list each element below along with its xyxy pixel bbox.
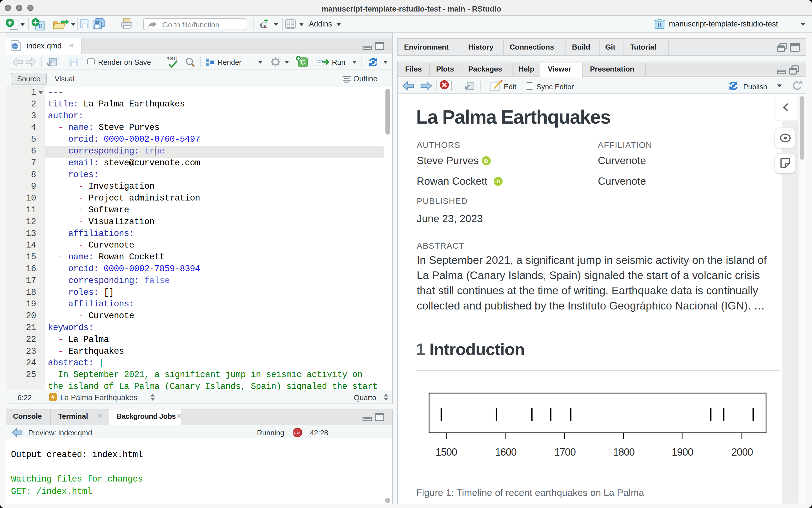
svg-text:STOP: STOP: [294, 431, 300, 434]
svg-text:iD: iD: [495, 179, 500, 184]
svg-text:R: R: [658, 21, 662, 28]
svg-text:iD: iD: [484, 159, 488, 164]
